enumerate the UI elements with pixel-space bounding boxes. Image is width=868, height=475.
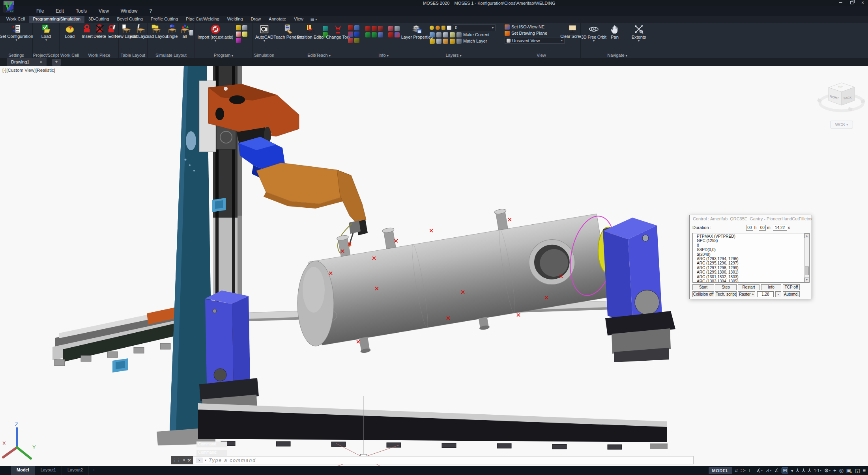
minimize-button[interactable] (839, 2, 842, 3)
teach-plane-icon[interactable] (354, 32, 359, 37)
teach-axis-icon[interactable] (354, 25, 359, 30)
chevron-down-icon[interactable]: ▾ (387, 54, 389, 58)
open-folder-icon[interactable] (236, 25, 241, 30)
project-load-button[interactable]: Load ▾ (34, 24, 58, 41)
command-bar[interactable]: ⋮⋮ × ⚒ > ▾ Type a command (171, 456, 694, 464)
list-item[interactable]: ARC (1301,1302, 1303) (697, 275, 809, 279)
model-space-button[interactable]: MODEL (709, 467, 732, 474)
list-item[interactable]: GPC (1293) (697, 238, 809, 243)
layer-walk-icon[interactable] (430, 39, 435, 44)
layer-iso-icon[interactable] (436, 32, 441, 37)
close-tab-icon[interactable]: × (39, 60, 42, 64)
menu-help[interactable]: ? (150, 8, 152, 14)
list-item[interactable]: ARC (1299,1300, 1301) (697, 270, 809, 274)
command-list[interactable]: PTPMAX (VPTPRED) GPC (1293) !! SSPD(0,0)… (692, 233, 810, 283)
ribbon-tab-annotate[interactable]: Annotate (265, 16, 290, 23)
chevron-down-icon[interactable]: ▾ (791, 468, 793, 473)
customization-menu-icon[interactable]: ≡ (862, 468, 866, 473)
duration-minutes-field[interactable]: 00 (759, 225, 766, 231)
isolate-objects-icon[interactable]: ◎ (839, 468, 844, 473)
change-tool-button[interactable]: Change Tool (329, 24, 347, 39)
document-tab-drawing1[interactable]: Drawing1 × (7, 58, 47, 66)
list-item[interactable]: $(2048) (697, 252, 809, 257)
info-mark1-icon[interactable] (365, 26, 370, 31)
simulate-extra-icon[interactable] (189, 30, 193, 35)
insert-workpiece-button[interactable]: Insert (81, 24, 94, 39)
chevron-down-icon[interactable]: ▾ (770, 469, 772, 472)
list-scrollbar[interactable]: ▲ ▼ (804, 233, 809, 282)
position-editor-button[interactable]: 1 2 3 Position Editor (300, 24, 322, 39)
list-item[interactable]: ARC (1293,1294, 1295) (697, 257, 809, 261)
info-alert-icon[interactable] (388, 32, 393, 37)
info-path2-icon[interactable] (372, 32, 377, 37)
orbit-button[interactable]: 3D Free Orbit ▾ (582, 24, 605, 42)
restart-button[interactable]: Restart (738, 284, 760, 290)
ribbon-tab-work-cell[interactable]: Work Cell (2, 16, 29, 23)
program-list-icon[interactable] (236, 32, 241, 37)
viewport-controls-label[interactable]: [-][Custom View][Realistic] (2, 68, 55, 73)
tab-model[interactable]: Model (11, 466, 35, 475)
ribbon-tab-draw[interactable]: Draw (247, 16, 265, 23)
ortho-icon[interactable]: ∟ (748, 468, 754, 473)
grid-icon[interactable]: # (735, 468, 738, 473)
wcs-selector[interactable]: WCS ▾ (830, 121, 853, 129)
import-rot-ext-axis-button[interactable]: Import (rot.ext.axis) ▾ (196, 24, 234, 42)
menu-tools[interactable]: Tools (76, 8, 87, 14)
list-item[interactable]: SSPD(0,0) (697, 248, 809, 252)
extents-button[interactable]: Extents ▾ (627, 24, 650, 42)
chevron-down-icon[interactable]: ▾ (329, 54, 331, 58)
menu-view[interactable]: View (99, 8, 109, 14)
pan-button[interactable]: Pan (607, 24, 623, 39)
info-mark3-icon[interactable] (378, 26, 383, 31)
viewcube[interactable]: TOP RIGHT BACK (817, 83, 865, 111)
scroll-up-icon[interactable]: ▲ (804, 233, 809, 238)
ribbon-tab-bevel-cutting[interactable]: Bevel Cutting (113, 16, 147, 23)
annotation-scale-icon[interactable]: ⅄ (808, 468, 811, 473)
workspace-switch[interactable]: ⚙▾ (824, 468, 831, 473)
layer-lockfade-icon[interactable] (450, 32, 455, 37)
layer-lock-icon[interactable] (441, 26, 445, 30)
chevron-down-icon[interactable]: ▾ (744, 469, 746, 472)
info-mark2-icon[interactable] (372, 26, 377, 31)
raster-plus-button[interactable]: Raster + (738, 291, 755, 297)
set-iso-view-button[interactable]: Set ISO-View NE (505, 24, 565, 30)
chevron-down-icon[interactable]: ▾ (460, 54, 462, 58)
info-doc-icon[interactable] (395, 26, 400, 31)
command-prompt-icon[interactable]: > (196, 458, 202, 463)
list-item[interactable]: !! (697, 243, 809, 248)
teach-route-icon[interactable] (354, 38, 359, 43)
part-icon[interactable] (236, 38, 241, 43)
menu-window[interactable]: Window (121, 8, 138, 14)
ribbon-tab-profile-cutting[interactable]: Profile Cutting (147, 16, 182, 23)
new-tab-button[interactable]: + (52, 59, 61, 66)
ribbon-tab-programming-simulation[interactable]: Programming/Simulation (29, 16, 84, 23)
dynamic-input-toggle[interactable]: ⊞ (782, 468, 788, 473)
save-icon[interactable] (242, 25, 247, 30)
chevron-down-icon[interactable]: ▾ (829, 469, 831, 472)
raster-minus-button[interactable]: - (775, 291, 781, 297)
ribbon-tab-3d-cutting[interactable]: 3D-Cutting (84, 16, 113, 23)
chevron-down-icon[interactable]: ▾ (626, 54, 627, 58)
close-button[interactable]: × (861, 1, 864, 5)
teach-delete-icon[interactable] (348, 38, 353, 43)
annotation-visibility-icon[interactable]: ⅄ (796, 468, 799, 473)
layer-sun-icon[interactable] (436, 26, 440, 30)
make-current-button[interactable]: Make Current (463, 32, 490, 37)
layer-thaw-icon[interactable] (443, 39, 448, 44)
list-item[interactable]: ARC (1297,1298, 1299) (697, 266, 809, 270)
simulate-all-button[interactable]: all (179, 24, 190, 39)
start-button[interactable]: Start (692, 284, 714, 290)
control-dialog[interactable]: Control : Amerifab_QRC35E_Gantry - Pione… (689, 215, 812, 299)
grip-dots-icon[interactable]: ⋮⋮ (173, 458, 181, 462)
scroll-thumb[interactable] (805, 266, 809, 275)
object-snap-tracking-icon[interactable]: ∠ (774, 468, 779, 473)
tech-script-button[interactable]: Tech. script (715, 291, 737, 297)
ribbon-tab-view[interactable]: View (290, 16, 307, 23)
autom-button[interactable]: Automd. (783, 291, 800, 297)
teach-point-icon[interactable] (323, 26, 328, 31)
info-psi-icon[interactable] (388, 26, 393, 31)
layer-on-icon[interactable] (430, 26, 434, 30)
step-button[interactable]: Step (715, 284, 737, 290)
layer-properties-button[interactable]: Layer Properties (406, 24, 428, 39)
list-item[interactable]: ARC (1295,1296, 1297) (697, 261, 809, 265)
